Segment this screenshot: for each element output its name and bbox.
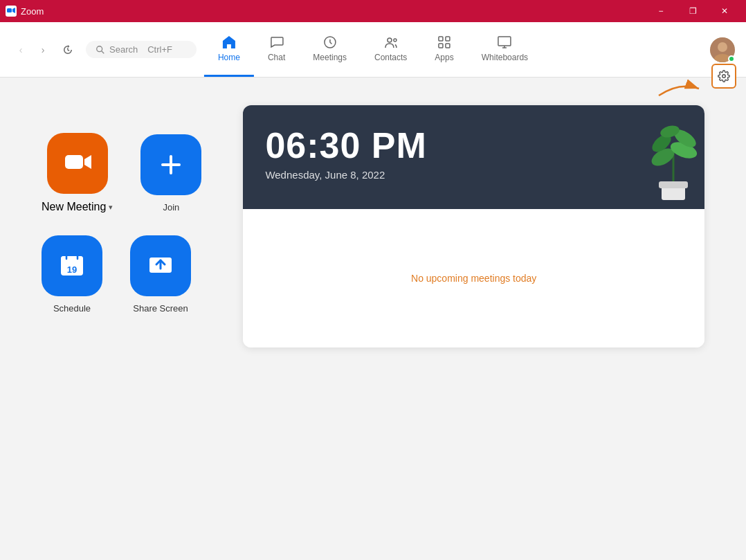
dropdown-arrow-icon[interactable]: ▾ <box>109 203 113 212</box>
svg-point-6 <box>394 39 397 42</box>
plus-icon <box>156 150 186 180</box>
forward-button[interactable]: › <box>33 40 53 60</box>
schedule-label: Schedule <box>53 303 91 314</box>
svg-point-13 <box>718 42 727 52</box>
svg-point-15 <box>722 75 726 78</box>
meetings-icon <box>322 35 338 50</box>
tab-apps[interactable]: Apps <box>421 22 467 77</box>
window-controls: − ❐ ✕ <box>645 0 740 22</box>
close-button[interactable]: ✕ <box>709 0 740 22</box>
action-row-1: New Meeting ▾ Join <box>42 133 201 213</box>
search-bar[interactable]: Search Ctrl+F <box>86 41 197 58</box>
schedule-button[interactable]: 19 <box>42 235 102 296</box>
settings-button[interactable] <box>711 64 736 89</box>
right-panel: 06:30 PM Wednesday, June 8, 2022 <box>243 105 704 347</box>
tab-meetings[interactable]: Meetings <box>299 22 361 77</box>
svg-rect-7 <box>439 37 443 41</box>
home-icon <box>221 35 237 50</box>
whiteboards-icon <box>497 35 512 50</box>
zoom-logo-icon <box>6 6 17 17</box>
restore-button[interactable]: ❐ <box>677 0 709 22</box>
main-content: New Meeting ▾ Join <box>0 78 746 560</box>
join-label: Join <box>163 202 179 213</box>
titlebar: Zoom − ❐ ✕ <box>0 0 746 22</box>
tab-home[interactable]: Home <box>204 22 254 77</box>
history-button[interactable] <box>58 40 78 60</box>
minimize-button[interactable]: − <box>645 0 677 22</box>
share-screen-label: Share Screen <box>133 303 188 314</box>
tab-contacts[interactable]: Contacts <box>361 22 421 77</box>
svg-rect-29 <box>659 181 688 188</box>
svg-point-2 <box>97 46 102 51</box>
toolbar: ‹ › Search Ctrl+F Home Chat <box>0 22 746 78</box>
share-screen-icon <box>145 251 176 281</box>
new-meeting-label: New Meeting ▾ <box>42 201 113 213</box>
schedule-item: 19 Schedule <box>42 235 102 314</box>
join-item: Join <box>140 134 201 213</box>
join-button[interactable] <box>140 134 201 195</box>
gear-icon <box>718 70 730 82</box>
camera-icon <box>62 148 93 179</box>
app-title: Zoom <box>21 6 44 17</box>
search-icon <box>95 45 105 55</box>
chat-icon <box>269 35 284 50</box>
svg-rect-9 <box>439 44 443 48</box>
svg-rect-11 <box>498 37 511 46</box>
share-screen-item: Share Screen <box>130 235 191 314</box>
clock-card: 06:30 PM Wednesday, June 8, 2022 <box>243 105 704 347</box>
plant-decoration <box>642 112 704 209</box>
svg-marker-18 <box>84 155 91 169</box>
svg-rect-8 <box>446 37 450 41</box>
svg-marker-1 <box>12 8 15 13</box>
svg-rect-10 <box>446 44 450 48</box>
contacts-icon <box>383 35 399 50</box>
action-row-2: 19 Schedule Share Screen <box>42 235 201 314</box>
svg-rect-0 <box>7 8 12 12</box>
svg-rect-17 <box>65 155 83 169</box>
svg-line-3 <box>102 51 104 53</box>
new-meeting-item: New Meeting ▾ <box>42 133 113 213</box>
search-label: Search <box>109 44 138 55</box>
clock-date: Wednesday, June 8, 2022 <box>265 169 682 181</box>
clock-time: 06:30 PM <box>265 125 682 166</box>
new-meeting-button[interactable] <box>47 133 108 194</box>
nav-tabs: Home Chat Meetings Contacts <box>204 22 542 77</box>
avatar-area[interactable] <box>710 37 735 62</box>
apps-icon <box>437 35 452 50</box>
svg-text:19: 19 <box>67 264 77 275</box>
tab-chat[interactable]: Chat <box>254 22 299 77</box>
tab-whiteboards[interactable]: Whiteboards <box>468 22 542 77</box>
arrow-annotation <box>652 75 707 105</box>
share-screen-button[interactable] <box>130 235 191 296</box>
titlebar-logo: Zoom <box>6 6 44 17</box>
online-status-indicator <box>728 55 735 62</box>
nav-arrows: ‹ › <box>11 40 53 60</box>
action-buttons-panel: New Meeting ▾ Join <box>42 105 201 314</box>
svg-rect-22 <box>61 256 83 263</box>
no-meetings-text: No upcoming meetings today <box>411 273 536 284</box>
clock-header: 06:30 PM Wednesday, June 8, 2022 <box>243 105 704 209</box>
search-shortcut: Ctrl+F <box>147 44 172 55</box>
svg-point-5 <box>388 38 392 42</box>
calendar-icon: 19 <box>57 251 87 281</box>
meetings-body: No upcoming meetings today <box>243 209 704 347</box>
back-button[interactable]: ‹ <box>11 40 30 60</box>
